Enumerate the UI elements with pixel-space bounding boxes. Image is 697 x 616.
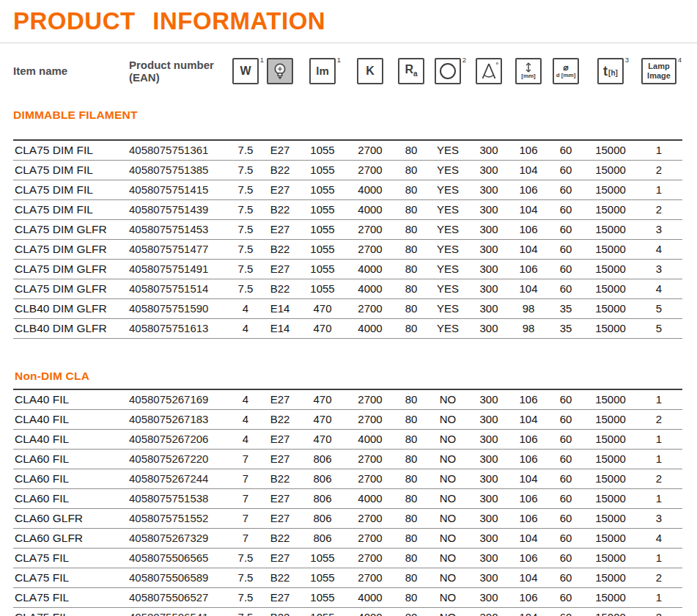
value-cell: 60 <box>547 203 585 216</box>
item-name-cell: CLA75 DIM GLFR <box>13 282 129 296</box>
value-cell: 80 <box>394 203 428 216</box>
value-cell: 60 <box>547 223 585 235</box>
value-cell: E14 <box>261 302 299 315</box>
value-cell: NO <box>428 413 468 425</box>
lumen-icon: lm 1 <box>309 58 336 84</box>
cri-subscript: a <box>413 70 418 78</box>
value-cell: 1 <box>636 591 682 604</box>
value-cell: NO <box>428 571 468 584</box>
beam-angle-icon: ° <box>476 58 502 84</box>
diameter-symbol: ⌀ <box>563 63 568 72</box>
col-lamp-image: Lamp Image 4 <box>636 58 682 84</box>
value-cell: 300 <box>468 263 510 275</box>
value-cell: 106 <box>510 144 547 156</box>
value-cell: 4000 <box>346 203 394 216</box>
value-cell: 60 <box>547 263 585 275</box>
value-cell: 470 <box>299 433 346 445</box>
value-cell: 7.5 <box>230 144 261 156</box>
value-cell: 15000 <box>585 302 636 315</box>
value-cell: 15000 <box>585 183 636 196</box>
footnote-4-marker: 4 <box>678 56 682 64</box>
item-name-cell: CLA75 DIM FIL <box>13 183 129 197</box>
col-cri: Ra <box>394 58 428 84</box>
value-cell: 300 <box>468 452 510 465</box>
ean-cell: 4058075267329 <box>129 532 230 544</box>
ean-cell: 4058075267220 <box>129 452 230 465</box>
value-cell: 300 <box>468 492 510 505</box>
item-name-cell: CLA75 DIM GLFR <box>13 223 129 236</box>
ean-cell: 4058075751491 <box>129 263 230 275</box>
value-cell: 60 <box>547 433 585 445</box>
value-cell: 2700 <box>346 223 394 235</box>
footnote-1-marker: 1 <box>260 56 264 64</box>
table-row: CLB40 DIM GLFR40580757515904E14470270080… <box>13 299 682 319</box>
value-cell: 15000 <box>585 164 636 176</box>
value-cell: 7 <box>230 452 261 465</box>
length-arrow-icon <box>525 62 532 73</box>
value-cell: 2 <box>636 203 682 216</box>
value-cell: 4 <box>636 282 682 295</box>
col-diameter: ⌀ d [mm] <box>547 58 585 84</box>
wattage-icon: W 1 <box>232 58 259 84</box>
item-name-cell: CLA60 GLFR <box>13 512 129 525</box>
footnote-3-marker: 3 <box>625 56 629 64</box>
value-cell: 60 <box>547 452 585 465</box>
col-dimmable: 2 <box>428 58 468 84</box>
value-cell: 1055 <box>299 144 346 156</box>
value-cell: 300 <box>468 223 510 235</box>
value-cell: 5 <box>636 302 682 315</box>
value-cell: 60 <box>547 472 585 485</box>
table-row: CLA75 DIM FIL40580757514157.5E2710554000… <box>13 180 682 200</box>
value-cell: 1055 <box>299 164 346 176</box>
diameter-unit: d [mm] <box>556 72 576 79</box>
table-row: CLA75 DIM GLFR40580757514917.5E271055400… <box>13 260 682 279</box>
value-cell: B22 <box>261 472 299 485</box>
item-name-cell: CLA75 DIM GLFR <box>13 243 129 256</box>
value-cell: 2700 <box>346 551 394 564</box>
value-cell: 2700 <box>346 243 394 255</box>
value-cell: 80 <box>394 302 428 315</box>
value-cell: 60 <box>547 591 585 604</box>
ean-cell: 4058075267206 <box>129 433 230 445</box>
item-name-cell: CLA60 FIL <box>13 452 129 466</box>
value-cell: YES <box>428 183 468 196</box>
value-cell: 106 <box>510 183 547 196</box>
value-cell: 470 <box>299 302 346 315</box>
value-cell: 1 <box>636 183 682 196</box>
value-cell: 80 <box>394 243 428 255</box>
value-cell: 106 <box>510 551 547 564</box>
value-cell: 60 <box>547 512 585 524</box>
value-cell: NO <box>428 393 468 406</box>
value-cell: 104 <box>510 611 547 616</box>
value-cell: 80 <box>394 223 428 235</box>
value-cell: 470 <box>299 413 346 425</box>
table-row: CLA60 FIL40580752672207E27806270080NO300… <box>13 450 682 469</box>
col-lamp-base <box>261 58 299 84</box>
value-cell: 80 <box>394 492 428 505</box>
value-cell: 300 <box>468 551 510 564</box>
ean-cell: 4058075751538 <box>129 492 230 505</box>
value-cell: NO <box>428 452 468 465</box>
ean-cell: 4058075267244 <box>129 472 230 485</box>
item-name-cell: CLA60 GLFR <box>13 532 129 545</box>
kelvin-symbol: K <box>366 65 375 77</box>
value-cell: 106 <box>510 452 547 465</box>
value-cell: 2 <box>636 413 682 425</box>
length-unit: [mm] <box>521 73 536 80</box>
value-cell: 80 <box>394 452 428 465</box>
value-cell: 7 <box>230 472 261 485</box>
value-cell: 7.5 <box>230 263 261 275</box>
value-cell: 1055 <box>299 571 346 584</box>
value-cell: 80 <box>394 263 428 275</box>
value-cell: E27 <box>261 263 299 275</box>
value-cell: 300 <box>468 393 510 406</box>
value-cell: 106 <box>510 223 547 235</box>
value-cell: 2 <box>636 164 682 176</box>
value-cell: 15000 <box>585 243 636 255</box>
value-cell: 4 <box>230 393 261 406</box>
value-cell: 4 <box>636 243 682 255</box>
value-cell: 300 <box>468 532 510 544</box>
item-name-cell: CLB40 DIM GLFR <box>13 322 129 335</box>
value-cell: 2700 <box>346 452 394 465</box>
value-cell: 300 <box>468 164 510 176</box>
